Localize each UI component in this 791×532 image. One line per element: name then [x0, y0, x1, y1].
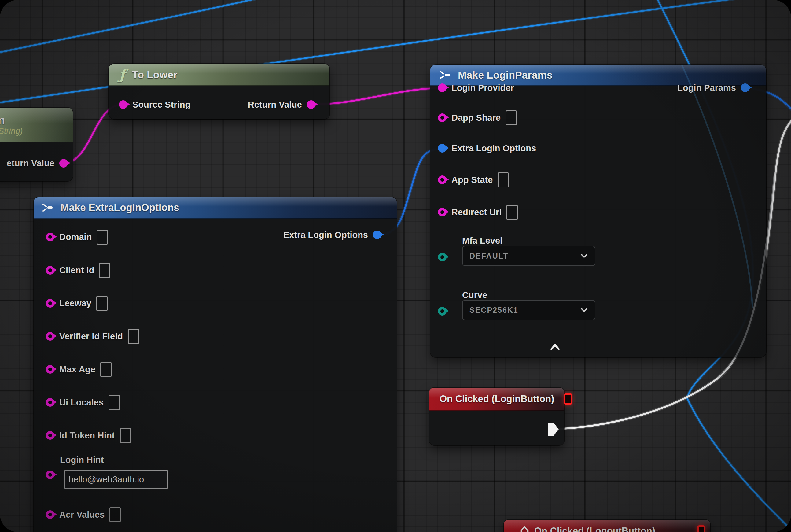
pin-row: App State: [438, 172, 509, 187]
login-provider-label: Login Provider: [451, 83, 514, 93]
return-value-pin[interactable]: [307, 100, 315, 109]
pin-row: Extra Login Options: [438, 141, 536, 156]
node-subtitle-fragment: ox (String): [0, 127, 23, 136]
pin-row: Ui Locales: [46, 395, 120, 410]
node-title: To Lower: [132, 69, 178, 81]
leeway-label: Leeway: [59, 299, 91, 308]
extra-login-options-output-pin[interactable]: [373, 230, 382, 239]
id-token-hint-checkbox[interactable]: [120, 428, 131, 443]
pin-row: Source String: [119, 97, 190, 112]
acr-values-checkbox[interactable]: [110, 507, 121, 522]
delegate-output-pin[interactable]: [564, 393, 572, 405]
pin-row: Leeway: [46, 296, 108, 311]
pin-row: [438, 250, 446, 264]
delegate-output-pin[interactable]: [697, 525, 706, 532]
node-title-fragment: tion: [0, 114, 5, 127]
wire-blue-top-1: [0, 0, 284, 54]
client-id-pin[interactable]: [46, 266, 54, 274]
chevron-down-icon: [580, 253, 588, 258]
node-onclicked-loginbutton[interactable]: On Clicked (LoginButton): [429, 388, 564, 445]
node-make-extraloginoptions[interactable]: Make ExtraLoginOptions Extra Login Optio…: [34, 197, 397, 532]
ui-locales-pin[interactable]: [46, 398, 54, 407]
node-get-text-partial[interactable]: tion ox (String) eturn Value: [0, 108, 73, 181]
mfa-level-label: Mfa Level: [462, 236, 502, 246]
pin-row: Redirect Url: [438, 205, 518, 220]
verifier-id-field-label: Verifier Id Field: [59, 331, 123, 342]
login-params-output-label: Login Params: [677, 83, 736, 93]
event-diamond-icon: [520, 526, 529, 532]
login-params-output-pin[interactable]: [741, 83, 749, 92]
app-state-pin[interactable]: [438, 175, 446, 184]
acr-values-pin[interactable]: [46, 510, 54, 519]
exec-output-pin[interactable]: [548, 422, 559, 436]
curve-value: SECP256K1: [469, 306, 518, 315]
login-provider-pin[interactable]: [438, 83, 446, 92]
pin-row: [46, 468, 54, 482]
login-hint-input[interactable]: [64, 470, 168, 489]
pin-row: Client Id: [46, 263, 110, 278]
app-state-label: App State: [451, 175, 493, 185]
source-string-pin[interactable]: [119, 100, 128, 109]
chevron-down-icon: [580, 308, 588, 312]
return-value-label: eturn Value: [7, 158, 54, 169]
make-struct-icon: [41, 203, 54, 212]
ui-locales-label: Ui Locales: [59, 397, 103, 407]
acr-values-label: Acr Values: [59, 510, 104, 520]
client-id-checkbox[interactable]: [99, 263, 110, 278]
curve-label: Curve: [462, 290, 487, 300]
pin-row: Dapp Share: [438, 110, 517, 125]
node-title: Make ExtraLoginOptions: [60, 202, 179, 213]
client-id-label: Client Id: [59, 265, 94, 276]
pin-row: Verifier Id Field: [46, 329, 139, 344]
redirect-url-pin[interactable]: [438, 208, 446, 216]
node-title: On Clicked (LoginButton): [440, 394, 554, 404]
id-token-hint-pin[interactable]: [46, 431, 54, 440]
domain-label: Domain: [59, 232, 92, 242]
node-make-loginparams[interactable]: Make LoginParams Login Provider Login Pa…: [430, 65, 766, 357]
pin-row: [438, 304, 446, 319]
mfa-level-value: DEFAULT: [469, 252, 508, 261]
pin-row: Id Token Hint: [46, 428, 131, 443]
id-token-hint-label: Id Token Hint: [59, 431, 115, 441]
curve-pin[interactable]: [438, 307, 446, 316]
pin-row: Login Provider: [438, 80, 514, 95]
pin-row: Extra Login Options: [283, 227, 382, 242]
verifier-id-field-pin[interactable]: [46, 332, 54, 341]
node-to-lower[interactable]: ƒ To Lower Source String Return Value: [109, 64, 329, 119]
extra-login-options-output-label: Extra Login Options: [283, 230, 368, 240]
return-value-pin[interactable]: [59, 159, 68, 168]
pin-row: Acr Values: [46, 507, 121, 522]
blueprint-editor: tion ox (String) eturn Value ƒ To Lower …: [0, 0, 791, 532]
pin-row: Domain: [46, 230, 108, 244]
wire-blue-top-1: [0, 0, 284, 54]
graph-canvas[interactable]: tion ox (String) eturn Value ƒ To Lower …: [0, 0, 791, 532]
dapp-share-label: Dapp Share: [451, 113, 501, 123]
verifier-id-field-checkbox[interactable]: [128, 329, 139, 344]
max-age-checkbox[interactable]: [100, 362, 112, 377]
dapp-share-pin[interactable]: [438, 113, 446, 122]
ui-locales-checkbox[interactable]: [109, 395, 120, 410]
login-hint-label: Login Hint: [60, 455, 103, 465]
collapse-node-chevron-icon[interactable]: [548, 342, 562, 352]
login-hint-pin[interactable]: [46, 471, 54, 479]
app-state-checkbox[interactable]: [498, 172, 509, 187]
curve-dropdown[interactable]: SECP256K1: [462, 300, 595, 320]
mfa-level-dropdown[interactable]: DEFAULT: [462, 246, 595, 266]
pin-row: Login Params: [677, 80, 749, 95]
leeway-checkbox[interactable]: [96, 296, 108, 311]
redirect-url-checkbox[interactable]: [506, 205, 518, 220]
max-age-pin[interactable]: [46, 365, 54, 374]
pin-row: Return Value: [248, 97, 315, 112]
leeway-pin[interactable]: [46, 299, 54, 308]
extra-login-options-input-pin[interactable]: [438, 144, 446, 153]
redirect-url-label: Redirect Url: [451, 207, 502, 217]
pin-row: eturn Value: [7, 156, 68, 171]
dapp-share-checkbox[interactable]: [505, 110, 517, 125]
domain-pin[interactable]: [46, 233, 54, 241]
mfa-level-pin[interactable]: [438, 253, 446, 261]
node-onclicked-logoutbutton[interactable]: On Clicked (LogoutButton): [504, 520, 710, 532]
pin-row: Max Age: [46, 362, 112, 377]
extra-login-options-label: Extra Login Options: [451, 144, 536, 153]
node-title: On Clicked (LogoutButton): [534, 526, 655, 532]
domain-checkbox[interactable]: [97, 230, 108, 245]
